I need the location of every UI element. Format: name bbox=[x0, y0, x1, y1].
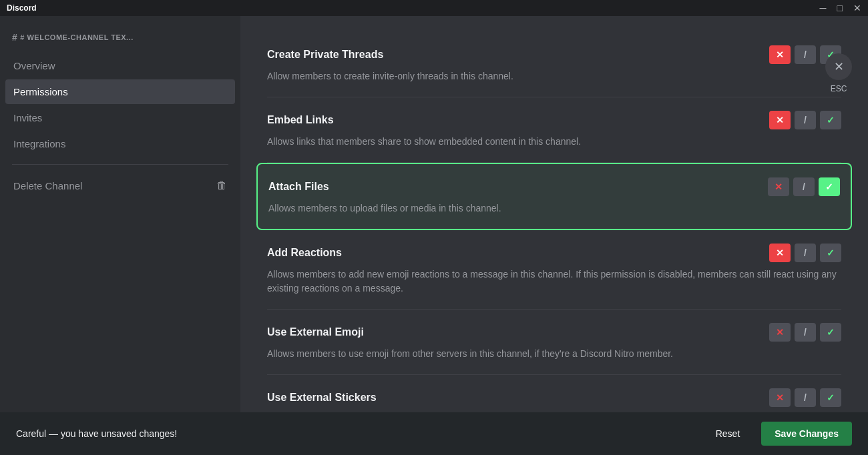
sidebar-divider bbox=[12, 164, 228, 165]
permission-row-add-reactions: Add Reactions ✕ / ✓ Allows members to ad… bbox=[267, 230, 841, 310]
channel-header: # # WELCOME-CHANNEL TEX... bbox=[5, 27, 235, 53]
toggle-group-embed-links: ✕ / ✓ bbox=[769, 111, 841, 129]
sidebar-item-invites-label: Invites bbox=[13, 112, 42, 123]
sidebar-item-delete-channel-label: Delete Channel bbox=[13, 180, 82, 191]
sidebar-item-overview-label: Overview bbox=[13, 60, 55, 71]
permission-desc-embed-links: Allows links that members share to show … bbox=[267, 135, 841, 149]
sidebar-item-overview[interactable]: Overview bbox=[5, 53, 235, 78]
permission-header-add-reactions: Add Reactions ✕ / ✓ bbox=[267, 244, 841, 262]
sidebar: # # WELCOME-CHANNEL TEX... Overview Perm… bbox=[0, 16, 240, 455]
maximize-button[interactable]: □ bbox=[837, 3, 843, 13]
allow-btn-attach-files[interactable]: ✓ bbox=[819, 177, 840, 196]
titlebar: Discord ─ □ ✕ bbox=[0, 0, 868, 16]
neutral-btn-attach-files[interactable]: / bbox=[793, 177, 815, 196]
permission-header-create-private-threads: Create Private Threads ✕ / ✓ bbox=[267, 45, 841, 64]
esc-x-icon: ✕ bbox=[834, 59, 844, 74]
permission-header-use-external-stickers: Use External Stickers ✕ / ✓ bbox=[267, 388, 841, 407]
close-button[interactable]: ✕ bbox=[853, 3, 861, 13]
esc-container: ✕ ESC bbox=[825, 53, 852, 93]
permission-row-create-private-threads: Create Private Threads ✕ / ✓ Allow membe… bbox=[267, 32, 841, 97]
permission-row-attach-files: Attach Files ✕ / ✓ Allows members to upl… bbox=[256, 163, 852, 230]
deny-btn-embed-links[interactable]: ✕ bbox=[769, 111, 791, 129]
permission-name-use-external-stickers: Use External Stickers bbox=[267, 392, 377, 404]
permission-header-attach-files: Attach Files ✕ / ✓ bbox=[268, 177, 840, 196]
main-layout: # # WELCOME-CHANNEL TEX... Overview Perm… bbox=[0, 16, 868, 455]
permission-desc-use-external-emoji: Allows members to use emoji from other s… bbox=[267, 347, 841, 361]
sidebar-item-delete-channel[interactable]: Delete Channel 🗑 bbox=[5, 173, 235, 198]
permission-desc-add-reactions: Allows members to add new emoji reaction… bbox=[267, 268, 841, 296]
minimize-button[interactable]: ─ bbox=[820, 3, 827, 13]
permission-name-attach-files: Attach Files bbox=[268, 181, 329, 193]
permission-name-embed-links: Embed Links bbox=[267, 114, 334, 126]
content-area: Create Private Threads ✕ / ✓ Allow membe… bbox=[240, 16, 868, 455]
allow-btn-embed-links[interactable]: ✓ bbox=[820, 111, 841, 129]
app-title: Discord bbox=[7, 3, 820, 13]
permission-desc-attach-files: Allows members to upload files or media … bbox=[268, 201, 840, 215]
esc-button[interactable]: ✕ bbox=[825, 53, 852, 80]
neutral-btn-add-reactions[interactable]: / bbox=[795, 244, 816, 262]
deny-btn-use-external-stickers[interactable]: ✕ bbox=[769, 388, 791, 407]
sidebar-item-permissions-label: Permissions bbox=[13, 86, 68, 97]
unsaved-changes-text: Careful — you have unsaved changes! bbox=[16, 428, 694, 439]
deny-btn-use-external-emoji[interactable]: ✕ bbox=[769, 323, 791, 342]
permission-row-use-external-emoji: Use External Emoji ✕ / ✓ Allows members … bbox=[267, 310, 841, 375]
permission-row-embed-links: Embed Links ✕ / ✓ Allows links that memb… bbox=[267, 97, 841, 163]
neutral-btn-use-external-emoji[interactable]: / bbox=[795, 323, 816, 342]
neutral-btn-create-private-threads[interactable]: / bbox=[795, 45, 816, 64]
trash-icon: 🗑 bbox=[216, 179, 227, 191]
reset-button[interactable]: Reset bbox=[705, 423, 751, 444]
permission-name-use-external-emoji: Use External Emoji bbox=[267, 326, 364, 338]
permission-name-add-reactions: Add Reactions bbox=[267, 247, 342, 259]
deny-btn-attach-files[interactable]: ✕ bbox=[768, 177, 789, 196]
channel-name: # WELCOME-CHANNEL TEX... bbox=[20, 33, 133, 41]
toggle-group-add-reactions: ✕ / ✓ bbox=[769, 244, 841, 262]
deny-btn-add-reactions[interactable]: ✕ bbox=[769, 244, 791, 262]
esc-label: ESC bbox=[831, 84, 847, 93]
allow-btn-add-reactions[interactable]: ✓ bbox=[820, 244, 841, 262]
permission-header-use-external-emoji: Use External Emoji ✕ / ✓ bbox=[267, 323, 841, 342]
window-controls: ─ □ ✕ bbox=[820, 3, 861, 13]
toggle-group-use-external-emoji: ✕ / ✓ bbox=[769, 323, 841, 342]
toggle-group-use-external-stickers: ✕ / ✓ bbox=[769, 388, 841, 407]
permission-desc-create-private-threads: Allow members to create invite-only thre… bbox=[267, 69, 841, 83]
sidebar-item-integrations-label: Integrations bbox=[13, 138, 65, 149]
save-changes-button[interactable]: Save Changes bbox=[761, 422, 852, 446]
bottom-bar: Careful — you have unsaved changes! Rese… bbox=[0, 412, 868, 455]
neutral-btn-use-external-stickers[interactable]: / bbox=[795, 388, 816, 407]
allow-btn-use-external-emoji[interactable]: ✓ bbox=[820, 323, 841, 342]
permission-header-embed-links: Embed Links ✕ / ✓ bbox=[267, 111, 841, 129]
toggle-group-attach-files: ✕ / ✓ bbox=[768, 177, 840, 196]
sidebar-item-invites[interactable]: Invites bbox=[5, 105, 235, 130]
allow-btn-use-external-stickers[interactable]: ✓ bbox=[820, 388, 841, 407]
neutral-btn-embed-links[interactable]: / bbox=[795, 111, 816, 129]
sidebar-item-permissions[interactable]: Permissions bbox=[5, 79, 235, 104]
deny-btn-create-private-threads[interactable]: ✕ bbox=[769, 45, 791, 64]
channel-hash-icon: # bbox=[12, 32, 17, 43]
permission-name-create-private-threads: Create Private Threads bbox=[267, 49, 383, 61]
sidebar-item-integrations[interactable]: Integrations bbox=[5, 131, 235, 156]
